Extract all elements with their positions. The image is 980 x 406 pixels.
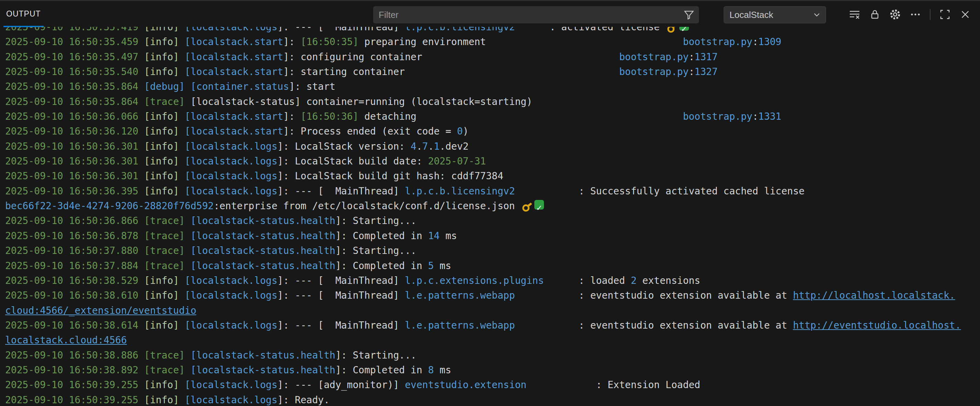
log-content: 2025-09-10 16:50:35.419 [info] [localsta… [5,27,980,406]
maximize-panel-icon[interactable] [939,9,951,20]
log-text [138,364,144,376]
log-text: --- [ MainThread] [295,275,405,286]
log-text: 2025-09-10 16:50:35.459 [5,36,138,48]
filter-input[interactable] [373,10,684,20]
log-line: 2025-09-10 16:50:38.529 [info] [localsta… [5,273,980,288]
log-text: 1327 [694,66,718,77]
log-text: 2025-09-10 16:50:36.301 [5,155,138,167]
log-text: 2025-09-10 16:50:35.540 [5,66,138,77]
log-text: [localstack.logs [185,155,278,167]
log-text: : loaded [579,275,631,286]
log-link[interactable]: http://localhost.localstack. [793,290,955,301]
log-text: [info] [144,51,179,62]
log-text: [localstack.logs [185,290,278,301]
log-text: 2025-09-10 16:50:35.864 [5,81,138,92]
log-line: 2025-09-10 16:50:36.301 [info] [localsta… [5,139,980,154]
log-text [515,27,550,33]
log-text [179,66,185,77]
log-text [138,290,144,301]
log-text [179,155,185,167]
log-line: localstack.cloud:4566 [5,333,980,347]
log-text: 2025-09-10 16:50:37.884 [5,260,138,272]
log-text: [info] [144,379,179,390]
auto-scrolling-lock-icon[interactable] [869,9,881,20]
channel-select[interactable]: LocalStack [724,6,826,23]
log-text [422,51,619,62]
log-text: [trace] [144,96,185,107]
log-text: 2025-09-10 16:50:38.610 [5,290,138,301]
log-text: LocalStack build git hash: cddf77384 [295,170,503,182]
log-text: [trace] [144,260,185,272]
channel-select-value: LocalStack [724,10,812,20]
log-text: ]: [336,350,353,361]
log-text: [localstack-status] container=running (l… [190,96,532,107]
log-text [138,379,144,390]
log-text: ]: [277,379,295,390]
log-text: 5 [428,260,434,272]
log-text [138,141,144,152]
log-text: [localstack-status.health [190,215,335,226]
log-text: [info] [144,320,179,331]
log-text: 1309 [758,36,781,48]
close-panel-icon[interactable] [959,9,971,20]
log-line: 2025-09-10 16:50:37.880 [trace] [localst… [5,243,980,258]
log-text: [localstack.logs [185,394,278,406]
log-text: . [428,141,434,152]
log-output-area[interactable]: 2025-09-10 16:50:35.419 [info] [localsta… [0,27,980,406]
log-text: bootstrap.py [619,51,689,62]
settings-gear-icon[interactable] [889,9,901,20]
log-text: .dev2 [439,141,468,152]
log-text: extensions [637,275,700,286]
check-emoji-icon [679,27,689,30]
log-text: [info] [144,111,179,122]
log-text: : activated license [550,27,666,33]
log-text: LocalStack build date: [295,155,428,167]
log-text: 2025-09-10 16:50:38.529 [5,275,138,286]
more-actions-icon[interactable] [910,9,921,20]
log-link[interactable]: http://eventstudio.localhost. [793,320,961,331]
log-line: 2025-09-10 16:50:38.886 [trace] [localst… [5,348,980,363]
log-text: : eventstudio extension available at [579,290,793,301]
log-text: --- [ady_monitor)] [295,379,405,390]
log-line: 2025-09-10 16:50:36.301 [info] [localsta… [5,154,980,169]
log-text: [localstack-status.health [190,350,335,361]
log-text: [trace] [144,245,185,256]
log-text [179,36,185,48]
log-link[interactable]: cloud:4566/_extension/eventstudio [5,305,196,316]
log-text: : [752,111,758,122]
log-text: 2025-09-10 16:50:38.614 [5,320,138,331]
filter-funnel-icon[interactable] [684,10,694,20]
log-text: ]: [336,364,353,376]
log-line: 2025-09-10 16:50:39.255 [info] [localsta… [5,393,980,406]
log-text: ]: [277,141,295,152]
log-text [138,185,144,197]
log-text: 1317 [694,51,718,62]
log-text: 2025-09-10 16:50:35.497 [5,51,138,62]
log-line: 2025-09-10 16:50:35.864 [debug] [contain… [5,79,980,94]
log-text: --- [ MainThread] [295,185,405,197]
log-text [138,51,144,62]
log-text [138,394,144,406]
log-text: 2025-09-10 16:50:39.255 [5,394,138,406]
log-line: 2025-09-10 16:50:36.395 [info] [localsta… [5,184,980,198]
log-text: 2025-09-10 16:50:36.066 [5,111,138,122]
log-text: Completed in [353,230,428,241]
tab-output[interactable]: OUTPUT [3,2,44,27]
log-text: 2025-09-10 16:50:36.866 [5,215,138,226]
check-emoji-icon [535,200,544,209]
log-text: : eventstudio extension available at [579,320,793,331]
log-text: [localstack.logs [185,27,278,33]
clear-output-icon[interactable] [849,9,861,20]
log-text: : Successfully activated cached license [579,185,804,197]
log-text: ]: [277,290,295,301]
log-text: start [307,81,336,92]
log-text: 2025-09-10 16:50:38.886 [5,350,138,361]
log-line: 2025-09-10 16:50:35.459 [info] [localsta… [5,34,980,49]
output-panel: OUTPUT LocalStack [0,0,980,406]
log-text: ms [434,364,452,376]
log-text: 1 [434,141,440,152]
log-text: [localstack-status.health [190,364,335,376]
log-text: [info] [144,185,179,197]
log-text: [localstack-status.health [190,245,335,256]
log-link[interactable]: localstack.cloud:4566 [5,334,127,346]
